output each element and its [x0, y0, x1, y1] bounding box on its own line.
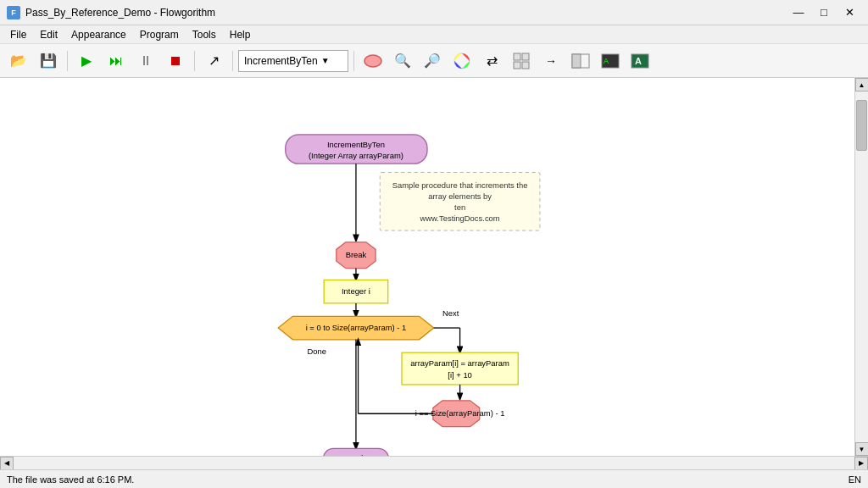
step-icon: ⏭	[109, 53, 123, 69]
grid-icon	[512, 52, 531, 70]
svg-point-0	[364, 55, 381, 67]
svg-text:A: A	[604, 57, 609, 65]
chevron-down-icon: ▼	[321, 56, 330, 65]
svg-text:Done: Done	[307, 347, 326, 356]
separator-1	[67, 51, 68, 71]
zoom-in-btn[interactable]: 🔍	[389, 48, 416, 74]
menu-edit[interactable]: Edit	[33, 25, 64, 43]
svg-text:arrayParam[i] = arrayParam: arrayParam[i] = arrayParam	[410, 358, 509, 368]
title-bar: F Pass_By_Reference_Demo - Flowgorithm —…	[0, 0, 868, 25]
pause-button[interactable]: ⏸	[132, 48, 159, 74]
svg-text:A: A	[635, 56, 642, 66]
color-btn[interactable]	[448, 48, 476, 74]
function-dropdown[interactable]: IncrementByTen ▼	[238, 50, 348, 72]
flowchart-svg: Sample procedure that increments the arr…	[0, 78, 854, 456]
dropdown-value: IncrementByTen	[244, 55, 318, 67]
svg-text:Break: Break	[346, 250, 367, 259]
export-button[interactable]: ↗	[200, 48, 227, 74]
scroll-thumb[interactable]	[856, 100, 867, 151]
step2-btn[interactable]: →	[537, 48, 565, 74]
separator-2	[194, 51, 195, 71]
scroll-down-button[interactable]: ▼	[855, 442, 869, 456]
open-button[interactable]: 📂	[5, 48, 32, 74]
excel-icon: A	[631, 53, 649, 69]
vertical-scrollbar[interactable]: ▲ ▼	[854, 78, 868, 456]
scroll-right-button[interactable]: ▶	[854, 457, 868, 470]
menu-help[interactable]: Help	[223, 25, 258, 43]
menu-file[interactable]: File	[3, 25, 33, 43]
svg-text:IncrementByTen: IncrementByTen	[327, 140, 385, 149]
svg-rect-3	[522, 53, 529, 60]
console-btn[interactable]: A	[597, 48, 624, 74]
stop-button[interactable]: ⏹	[162, 48, 189, 74]
zoom-out-icon: 🔎	[424, 53, 441, 69]
svg-text:Next: Next	[442, 308, 459, 318]
separator-3	[232, 51, 233, 71]
step-button[interactable]: ⏭	[103, 48, 130, 74]
folder-icon: 📂	[10, 53, 27, 69]
main-area: Sample procedure that increments the arr…	[0, 78, 868, 456]
shape-oval-btn[interactable]	[359, 48, 387, 74]
locale-indicator: EN	[849, 474, 861, 485]
play-icon: ▶	[81, 53, 92, 69]
export-icon: ↗	[209, 53, 220, 69]
h-scroll-track[interactable]	[14, 457, 854, 469]
window-title: Pass_By_Reference_Demo - Flowgorithm	[25, 7, 215, 19]
stop-icon: ⏹	[169, 53, 182, 69]
pause-icon: ⏸	[139, 53, 153, 69]
step2-icon: →	[545, 54, 557, 68]
svg-text:[i] + 10: [i] + 10	[448, 370, 472, 380]
svg-text:(Integer Array arrayParam): (Integer Array arrayParam)	[309, 151, 403, 160]
status-message: The file was saved at 6:16 PM.	[7, 474, 134, 485]
console-icon: A	[601, 53, 620, 69]
window-controls: — □ ✕	[787, 3, 861, 22]
svg-rect-2	[514, 53, 520, 60]
minimize-button[interactable]: —	[787, 3, 810, 22]
run-button[interactable]: ▶	[73, 48, 100, 74]
panel-icon	[571, 53, 590, 69]
separator-4	[353, 51, 354, 71]
svg-text:ten: ten	[454, 202, 465, 212]
menu-bar: File Edit Appearance Program Tools Help	[0, 25, 868, 44]
canvas-area[interactable]: Sample procedure that increments the arr…	[0, 78, 854, 456]
horizontal-scrollbar[interactable]: ◀ ▶	[0, 456, 868, 469]
save-button[interactable]: 💾	[35, 48, 62, 74]
svg-rect-7	[572, 54, 581, 68]
zoom-in-icon: 🔍	[394, 53, 411, 69]
oval-icon	[363, 53, 383, 69]
svg-rect-34	[402, 352, 518, 385]
menu-program[interactable]: Program	[133, 25, 186, 43]
color-wheel-icon	[453, 52, 471, 70]
menu-tools[interactable]: Tools	[186, 25, 223, 43]
svg-rect-4	[514, 62, 520, 69]
zoom-out-btn[interactable]: 🔎	[419, 48, 446, 74]
toolbar: 📂 💾 ▶ ⏭ ⏸ ⏹ ↗ IncrementByTen ▼ 🔍 🔎	[0, 44, 868, 78]
svg-text:End: End	[349, 453, 364, 456]
svg-text:www.TestingDocs.com: www.TestingDocs.com	[419, 214, 499, 223]
status-bar: The file was saved at 6:16 PM. EN	[0, 469, 868, 488]
svg-text:Integer i: Integer i	[342, 286, 370, 296]
panel-btn[interactable]	[567, 48, 594, 74]
app-icon: F	[7, 6, 20, 19]
menu-appearance[interactable]: Appearance	[64, 25, 133, 43]
maximize-button[interactable]: □	[812, 3, 836, 22]
grid-btn[interactable]	[508, 48, 535, 74]
flow-icon: ⇄	[487, 53, 498, 69]
scroll-up-button[interactable]: ▲	[855, 78, 869, 92]
svg-text:array elements by: array elements by	[428, 191, 492, 201]
svg-text:i == Size(arrayParam) - 1: i == Size(arrayParam) - 1	[415, 408, 505, 418]
close-button[interactable]: ✕	[837, 3, 861, 22]
scroll-track[interactable]	[855, 92, 868, 442]
flow-btn[interactable]: ⇄	[478, 48, 505, 74]
scroll-left-button[interactable]: ◀	[0, 457, 14, 470]
save-icon: 💾	[40, 53, 57, 69]
svg-text:Sample procedure that incremen: Sample procedure that increments the	[392, 180, 528, 190]
excel-btn[interactable]: A	[626, 48, 654, 74]
svg-rect-5	[522, 62, 529, 69]
svg-text:i = 0 to Size(arrayParam) - 1: i = 0 to Size(arrayParam) - 1	[306, 323, 407, 332]
